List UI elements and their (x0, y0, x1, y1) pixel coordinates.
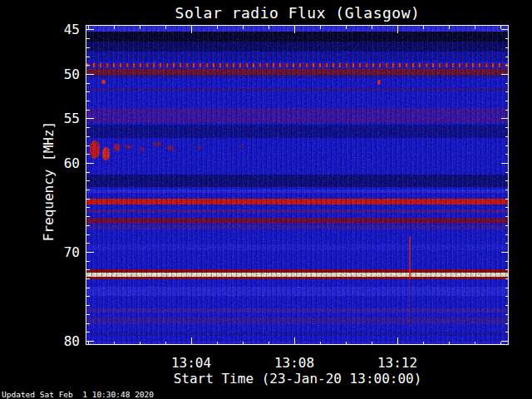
x-tick (423, 26, 424, 29)
spectrogram-band (86, 209, 509, 213)
x-tick (140, 342, 140, 345)
spectrogram-plot-area (86, 26, 509, 345)
y-tick (505, 91, 509, 92)
y-tick (86, 288, 90, 288)
y-tick (505, 261, 509, 262)
spectrogram-band (86, 32, 509, 42)
spectrogram-band (86, 26, 509, 32)
y-tick (501, 29, 509, 30)
y-tick-label: 50 (43, 66, 80, 82)
x-tick-label: 13:08 (265, 355, 323, 371)
x-tick (191, 26, 192, 33)
y-tick (505, 145, 509, 146)
rfi-vertical-streak (409, 279, 410, 327)
y-tick (86, 305, 90, 306)
y-tick (505, 225, 509, 226)
y-tick (501, 163, 509, 164)
x-tick (475, 342, 475, 345)
y-tick (86, 278, 90, 279)
spectrogram-band (86, 88, 509, 91)
x-tick (140, 26, 140, 29)
y-tick (86, 29, 94, 30)
y-tick (505, 180, 509, 181)
y-tick (86, 225, 90, 226)
y-tick-label: 45 (43, 22, 80, 37)
x-tick (320, 342, 321, 345)
y-tick (505, 154, 509, 155)
spectrogram-band (86, 273, 509, 275)
y-axis-label: Frequency [MHz] (41, 121, 57, 242)
y-tick (86, 118, 94, 119)
y-tick (505, 234, 509, 235)
x-tick (294, 337, 295, 345)
x-tick (346, 26, 347, 29)
y-tick (505, 332, 509, 332)
y-tick (86, 83, 90, 84)
spectrogram-band (86, 190, 509, 194)
y-tick-label: 70 (43, 244, 80, 260)
y-tick (86, 127, 90, 128)
rfi-blob (140, 147, 145, 151)
rfi-blob (167, 145, 174, 150)
spectrogram-band (86, 108, 509, 124)
y-tick-label: 55 (43, 111, 80, 126)
y-tick (86, 269, 90, 270)
rfi-blob (377, 80, 381, 85)
x-tick (449, 342, 450, 345)
spectrogram-band (86, 332, 509, 335)
y-tick (505, 296, 509, 297)
spectrogram-band (86, 69, 509, 75)
chart-title: Solar radio Flux (Glasgow) (86, 4, 509, 22)
spectrogram-band (86, 218, 509, 224)
y-tick (86, 172, 90, 173)
y-tick (86, 154, 90, 155)
rfi-dot-row (86, 63, 509, 67)
y-tick (86, 216, 90, 217)
y-tick (505, 101, 509, 101)
y-tick (501, 74, 509, 75)
y-tick (505, 136, 509, 137)
y-tick (505, 323, 509, 324)
x-tick (475, 26, 475, 29)
y-tick (501, 341, 509, 342)
y-tick (505, 38, 509, 39)
spectrogram-band (86, 277, 509, 279)
y-tick (505, 83, 509, 84)
spectrogram-band (86, 199, 509, 204)
y-tick (86, 234, 90, 235)
y-tick (86, 261, 90, 262)
y-tick (86, 252, 94, 253)
x-tick (397, 26, 398, 33)
x-tick (500, 342, 501, 345)
rfi-blob (125, 145, 132, 149)
x-tick (372, 26, 372, 29)
spectrogram-band (86, 175, 509, 188)
y-tick (505, 288, 509, 288)
y-tick-label: 60 (43, 155, 80, 171)
x-tick (372, 342, 372, 345)
x-tick (294, 26, 295, 33)
y-tick (86, 243, 90, 244)
y-tick (86, 199, 90, 200)
y-tick (505, 190, 509, 190)
x-tick (268, 342, 269, 345)
x-tick (165, 342, 166, 345)
y-tick (86, 296, 90, 297)
y-tick (505, 127, 509, 128)
x-tick (243, 26, 244, 29)
y-tick (86, 74, 94, 75)
y-tick (505, 65, 509, 66)
spectrogram-band (86, 225, 509, 229)
x-tick (114, 26, 115, 29)
y-tick (86, 314, 90, 315)
y-tick (86, 180, 90, 181)
y-tick (86, 47, 90, 48)
y-tick (505, 172, 509, 173)
x-tick (397, 337, 398, 345)
spectrogram-band (86, 308, 509, 313)
y-tick (505, 278, 509, 279)
x-tick (217, 342, 218, 345)
x-tick (268, 26, 269, 29)
y-tick (86, 163, 94, 164)
y-tick-label: 80 (43, 333, 80, 349)
